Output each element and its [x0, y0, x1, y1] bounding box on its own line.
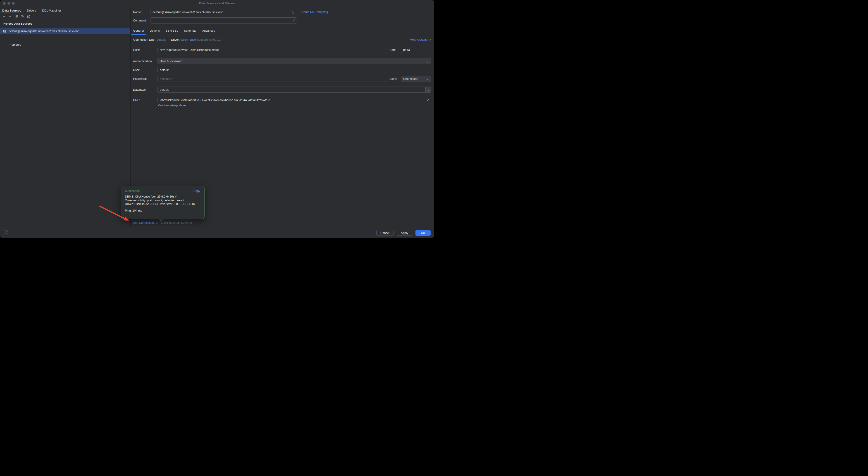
success-check-icon [156, 221, 159, 225]
url-override-note: Overrides settings above [158, 104, 186, 107]
tab-drivers[interactable]: Drivers [27, 9, 36, 12]
data-sources-dialog: Data Sources and Drivers Data Sources Dr… [0, 0, 434, 238]
popup-case-line: Case sensitivity: plain=exact, delimited… [125, 199, 200, 203]
remove-data-source-button[interactable] [8, 15, 12, 19]
divider [0, 37, 130, 37]
comment-input[interactable] [150, 18, 297, 24]
chevron-down-icon [427, 60, 429, 63]
driver-support-note: supports since 20.7 [197, 38, 223, 41]
settings-gear-icon[interactable] [20, 15, 24, 19]
database-label: Database: [133, 87, 146, 93]
tab-ddl-mappings[interactable]: DDL Mappings [42, 9, 62, 12]
popup-ping-line: Ping: 104 ms [125, 209, 200, 212]
more-options-label[interactable]: More Options [410, 38, 428, 41]
port-input[interactable] [401, 47, 431, 53]
host-input[interactable] [157, 47, 386, 53]
divider [130, 36, 434, 36]
comment-label: Comment: [133, 18, 147, 24]
create-ddl-mapping-link[interactable]: Create DDL Mapping [301, 10, 328, 13]
chevron-down-icon [427, 78, 430, 80]
settings-tabs: General Options SSH/SSL Schemas Advanced [133, 29, 215, 32]
help-icon[interactable]: ? [3, 230, 8, 235]
expand-field-icon[interactable] [426, 99, 429, 101]
database-input[interactable] [157, 87, 431, 93]
user-input[interactable] [157, 67, 386, 73]
problems-section-label[interactable]: Problems [9, 43, 21, 46]
copy-link[interactable]: Copy [193, 189, 200, 193]
password-save-select[interactable]: Until restart [401, 76, 431, 82]
more-options-link[interactable]: More Options [410, 38, 430, 41]
test-connection-link[interactable]: Test Connection [133, 221, 154, 225]
tab-options[interactable]: Options [150, 29, 160, 32]
popup-driver-line: Driver: ClickHouse JDBC Driver (ver. 0.8… [125, 202, 200, 206]
sidebar: Data Sources Drivers DDL Mappings [0, 7, 130, 227]
add-dropdown-triangle [5, 18, 6, 19]
popup-status: Succeeded [125, 189, 140, 193]
password-save-value: Until restart [403, 77, 418, 80]
expand-field-icon[interactable] [292, 19, 296, 22]
driver-label: Driver: [171, 38, 180, 41]
add-data-source-button[interactable] [2, 15, 6, 19]
authentication-label: Authentication: [133, 58, 153, 64]
database-dropdown-button[interactable] [425, 87, 431, 93]
dialog-footer: ? Cancel Apply OK [0, 227, 434, 238]
connection-type-row: Connection type: default Driver: ClickHo… [133, 38, 223, 41]
chevron-down-icon [429, 38, 431, 40]
user-label: User: [133, 67, 140, 73]
data-source-list-item[interactable]: default@szm7oqed0o.us-west-2.aws.clickho… [0, 28, 130, 34]
connection-type-label: Connection type: [133, 38, 155, 41]
duplicate-icon[interactable] [14, 15, 18, 19]
password-input[interactable] [157, 76, 386, 82]
url-input[interactable] [157, 97, 431, 103]
back-arrow-icon[interactable]: ← [120, 14, 124, 19]
password-label: Password: [133, 76, 147, 82]
authentication-value: User & Password [160, 60, 182, 63]
tab-schemas[interactable]: Schemas [184, 29, 196, 32]
window-title: Data Sources and Drivers [0, 0, 434, 7]
active-tab-indicator [0, 12, 24, 12]
test-connection-popup: Succeeded Copy DBMS: ClickHouse (ver. 25… [121, 186, 205, 219]
authentication-select[interactable]: User & Password [157, 58, 431, 64]
tab-ssh-ssl[interactable]: SSH/SSL [166, 29, 178, 32]
tab-advanced[interactable]: Advanced [202, 29, 215, 32]
url-label: URL: [133, 97, 140, 103]
open-in-new-window-icon[interactable] [27, 15, 31, 19]
driver-value-link[interactable]: ClickHouse [181, 38, 196, 41]
sidebar-toolbar: ← → [0, 13, 130, 20]
name-label: Name: [133, 9, 142, 15]
popup-dbms-line: DBMS: ClickHouse (ver. 25.6.2.6426) [125, 195, 200, 199]
data-source-name: default@szm7oqed0o.us-west-2.aws.clickho… [9, 29, 79, 33]
tab-general[interactable]: General [133, 29, 144, 32]
active-settings-tab-indicator [131, 34, 146, 35]
ok-button[interactable]: OK [415, 230, 431, 236]
name-input[interactable] [150, 9, 297, 15]
connection-type-value-link[interactable]: default [157, 38, 166, 41]
forward-arrow-icon[interactable]: → [126, 14, 130, 19]
test-connection-row: Test Connection ClickHouse 25.6.2.6426 [133, 221, 192, 225]
titlebar: Data Sources and Drivers [0, 0, 434, 7]
project-data-sources-header: Project Data Sources [3, 22, 32, 25]
save-label: Save: [390, 76, 397, 82]
host-label: Host: [133, 47, 140, 53]
apply-button[interactable]: Apply [397, 230, 412, 236]
cancel-button[interactable]: Cancel [376, 230, 394, 236]
clickhouse-logo-icon [3, 29, 6, 33]
edit-pencil-icon[interactable] [175, 195, 177, 198]
chevron-down-icon [427, 89, 430, 91]
progress-circle-icon [292, 11, 295, 13]
test-connection-result: ClickHouse 25.6.2.6426 [161, 221, 192, 225]
port-label: Port: [390, 47, 396, 53]
